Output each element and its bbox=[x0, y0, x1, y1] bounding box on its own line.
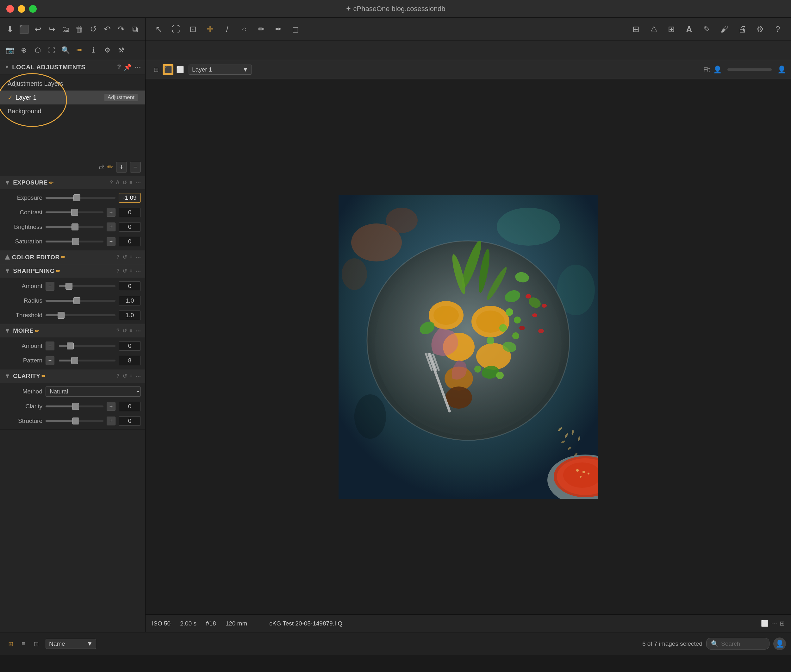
mo-more-icon[interactable]: ≡ bbox=[129, 328, 133, 334]
layer-dropdown[interactable]: Layer 1 ▼ bbox=[189, 65, 252, 75]
threshold-track[interactable] bbox=[46, 314, 115, 316]
contrast-plus[interactable]: + bbox=[107, 208, 115, 217]
method-select[interactable]: Natural Punch Neutral Soft bbox=[46, 387, 141, 397]
exposure-value[interactable]: -1.09 bbox=[119, 193, 141, 203]
remove-layer-button[interactable]: − bbox=[130, 162, 141, 173]
camera3-icon[interactable]: 📷 bbox=[4, 44, 16, 56]
window-controls[interactable] bbox=[6, 5, 37, 13]
zoom-bar[interactable] bbox=[727, 68, 772, 71]
line-icon[interactable]: / bbox=[220, 22, 234, 36]
local-adjustments-header[interactable]: ▼ LOCAL ADJUSTMENTS ? 📌 ⋯ bbox=[0, 60, 145, 74]
cl-more-icon[interactable]: ≡ bbox=[129, 373, 133, 379]
heal-icon[interactable]: ✛ bbox=[203, 22, 217, 36]
mo-dots-icon[interactable]: ⋯ bbox=[136, 328, 141, 334]
filmstrip-thumb-icon[interactable]: ⊡ bbox=[30, 638, 42, 650]
brush5-icon[interactable]: ✏ bbox=[107, 163, 113, 171]
mask2-icon[interactable]: ⬡ bbox=[32, 44, 44, 56]
print-icon[interactable]: 🖨 bbox=[735, 22, 749, 36]
rotate-left-icon[interactable]: ↺ bbox=[88, 22, 99, 36]
close-button[interactable] bbox=[6, 5, 14, 13]
grid2-icon[interactable]: ⊞ bbox=[629, 22, 643, 36]
view-ctrl2[interactable]: ⋯ bbox=[771, 620, 777, 627]
text-icon[interactable]: A bbox=[682, 22, 696, 36]
exposure-header[interactable]: ▼ EXPOSURE ✏ ? A ↺ ≡ ⋯ bbox=[0, 176, 145, 189]
filmstrip-list-icon[interactable]: ≡ bbox=[18, 638, 29, 650]
transform-icon[interactable]: ⊡ bbox=[186, 22, 200, 36]
warning-icon[interactable]: ⚠ bbox=[647, 22, 661, 36]
clarity-value[interactable]: 0 bbox=[119, 402, 141, 411]
cl-dots-icon[interactable]: ⋯ bbox=[136, 373, 141, 379]
saturation-value[interactable]: 0 bbox=[119, 237, 141, 246]
redo-icon[interactable]: ↪ bbox=[46, 22, 58, 36]
radius-track[interactable] bbox=[46, 300, 115, 302]
ce-dots-icon[interactable]: ⋯ bbox=[136, 254, 141, 261]
amount-sharp-track[interactable] bbox=[59, 285, 115, 287]
amount-moire-plus[interactable]: + bbox=[46, 342, 54, 350]
brush2-icon[interactable]: 🖌 bbox=[717, 22, 732, 36]
ce-more-icon[interactable]: ≡ bbox=[129, 254, 133, 261]
folder-icon[interactable]: 🗂 bbox=[60, 22, 72, 36]
circle-icon[interactable]: ○ bbox=[237, 22, 251, 36]
adjustments-layers-row[interactable]: Adjustments Layers bbox=[0, 77, 145, 91]
saturation-thumb[interactable] bbox=[72, 238, 79, 245]
exp-more-icon[interactable]: ≡ bbox=[129, 179, 133, 186]
exp-mask-icon[interactable]: A bbox=[116, 179, 120, 186]
background-row[interactable]: Background bbox=[0, 104, 145, 118]
mo-help-icon[interactable]: ? bbox=[117, 328, 120, 334]
brush4-icon[interactable]: ✏ bbox=[74, 44, 85, 56]
contrast-thumb[interactable] bbox=[71, 209, 78, 216]
view-ctrl3[interactable]: ⊞ bbox=[780, 620, 785, 627]
sort-dropdown[interactable]: Name ▼ bbox=[46, 639, 96, 649]
cursor-icon[interactable]: ↖ bbox=[152, 22, 166, 36]
ce-reset-icon[interactable]: ↺ bbox=[123, 254, 127, 261]
select-icon[interactable]: ⛶ bbox=[169, 22, 183, 36]
copy-icon[interactable]: ⧉ bbox=[129, 22, 141, 36]
clarity-slider-thumb[interactable] bbox=[72, 403, 79, 410]
structure-plus[interactable]: + bbox=[107, 416, 115, 426]
saturation-plus[interactable]: + bbox=[107, 237, 115, 246]
brightness-plus[interactable]: + bbox=[107, 222, 115, 231]
search-box[interactable]: 🔍 Search bbox=[706, 638, 770, 650]
search3-icon[interactable]: 🔍 bbox=[59, 44, 72, 56]
radius-thumb[interactable] bbox=[74, 297, 80, 304]
pattern-plus[interactable]: + bbox=[46, 356, 54, 365]
brightness-thumb[interactable] bbox=[72, 224, 78, 230]
brightness-track[interactable] bbox=[46, 226, 104, 228]
pattern-value[interactable]: 8 bbox=[119, 356, 141, 365]
brightness-value[interactable]: 0 bbox=[119, 222, 141, 232]
keystroke-icon[interactable]: ⊞ bbox=[665, 22, 678, 36]
redo2-icon[interactable]: ↷ bbox=[115, 22, 127, 36]
exp-reset-icon[interactable]: ↺ bbox=[123, 179, 127, 186]
radius-value[interactable]: 1.0 bbox=[119, 296, 141, 306]
settings3-icon[interactable]: ⚙ bbox=[101, 44, 113, 56]
single-view-icon[interactable]: ⬜ bbox=[175, 64, 185, 75]
tools-icon[interactable]: ⚒ bbox=[115, 44, 127, 56]
structure-track[interactable] bbox=[46, 420, 104, 422]
eraser-icon[interactable]: ◻ bbox=[289, 22, 302, 36]
ce-help-icon[interactable]: ? bbox=[117, 254, 120, 261]
cl-reset-icon[interactable]: ↺ bbox=[123, 373, 127, 379]
sh-reset-icon[interactable]: ↺ bbox=[123, 268, 127, 274]
amount-sharp-value[interactable]: 0 bbox=[119, 282, 141, 291]
brush-icon[interactable]: ✏ bbox=[254, 22, 268, 36]
pen-icon[interactable]: ✒ bbox=[272, 22, 285, 36]
sh-help-icon[interactable]: ? bbox=[117, 268, 120, 274]
sh-dots-icon[interactable]: ⋯ bbox=[136, 268, 141, 274]
exposure-track[interactable] bbox=[46, 197, 115, 199]
undo-icon[interactable]: ↩ bbox=[32, 22, 44, 36]
maximize-button[interactable] bbox=[29, 5, 37, 13]
amount-sharp-plus[interactable]: + bbox=[46, 282, 54, 291]
threshold-thumb[interactable] bbox=[58, 312, 64, 319]
settings-icon[interactable]: ⚙ bbox=[753, 22, 767, 36]
undo2-icon[interactable]: ↶ bbox=[102, 22, 113, 36]
saturation-track[interactable] bbox=[46, 240, 104, 242]
info2-icon[interactable]: ℹ bbox=[87, 44, 99, 56]
structure-value[interactable]: 0 bbox=[119, 416, 141, 426]
pattern-thumb[interactable] bbox=[71, 357, 78, 364]
help-sm-icon[interactable]: ? bbox=[117, 63, 121, 71]
add-layer-button[interactable]: + bbox=[116, 162, 127, 173]
trash-icon[interactable]: 🗑 bbox=[74, 22, 85, 36]
compare-view-icon[interactable]: ⬛ bbox=[163, 64, 173, 75]
contrast-value[interactable]: 0 bbox=[119, 208, 141, 217]
mo-reset-icon[interactable]: ↺ bbox=[123, 328, 127, 334]
